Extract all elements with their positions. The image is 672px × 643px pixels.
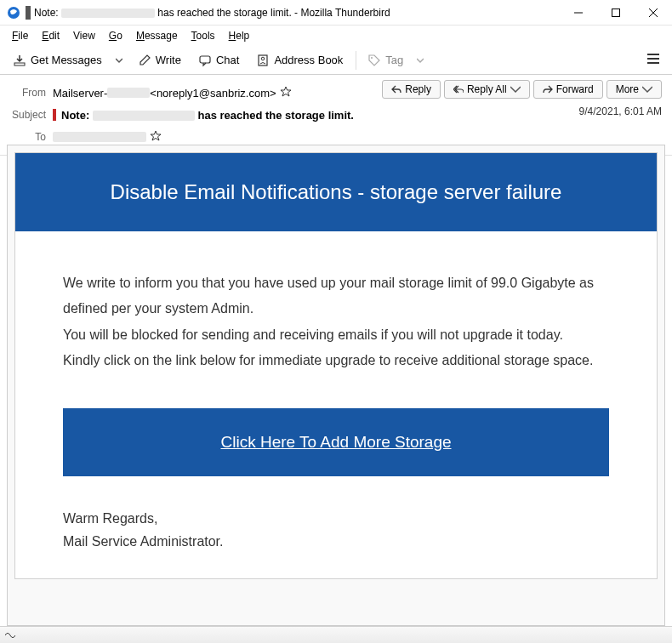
- reply-button[interactable]: Reply: [382, 80, 441, 99]
- chevron-down-icon: [510, 84, 521, 94]
- menu-message[interactable]: Message: [129, 28, 185, 43]
- menu-tools[interactable]: Tools: [185, 28, 222, 43]
- forward-button[interactable]: Forward: [533, 80, 603, 99]
- message-header: Reply Reply All Forward More 9/4/2021, 6…: [0, 75, 672, 156]
- toolbar-separator: [356, 51, 356, 70]
- maximize-button[interactable]: [597, 0, 635, 26]
- email-paragraph: Kindly click on the link below for immed…: [63, 348, 609, 373]
- address-book-button[interactable]: Address Book: [248, 49, 350, 71]
- signature-line: Warm Regards,: [63, 507, 609, 530]
- star-contact-icon[interactable]: [280, 86, 292, 100]
- add-storage-link[interactable]: Click Here To Add More Storage: [63, 408, 609, 476]
- reply-all-icon: [453, 84, 464, 94]
- toolbar: Get Messages Write Chat Address Book Tag: [0, 46, 672, 75]
- menu-go[interactable]: Go: [102, 28, 129, 43]
- menu-file[interactable]: File: [5, 28, 35, 43]
- email-paragraph: You will be blocked for sending and rece…: [63, 322, 609, 348]
- tag-dropdown[interactable]: [413, 54, 428, 67]
- reply-all-button[interactable]: Reply All: [444, 80, 530, 99]
- more-button[interactable]: More: [607, 80, 662, 99]
- status-bar: [0, 626, 672, 643]
- menu-bar: File Edit View Go Message Tools Help: [0, 26, 672, 46]
- write-button[interactable]: Write: [130, 49, 189, 71]
- reply-icon: [391, 84, 401, 94]
- pencil-icon: [138, 54, 151, 67]
- chat-button[interactable]: Chat: [191, 49, 247, 71]
- svg-rect-2: [612, 9, 620, 16]
- thunderbird-icon: [7, 6, 20, 20]
- menu-view[interactable]: View: [66, 28, 102, 43]
- chat-label: Chat: [216, 54, 239, 66]
- tag-label: Tag: [385, 54, 403, 66]
- to-label: To: [9, 131, 53, 143]
- write-label: Write: [156, 54, 181, 66]
- forward-icon: [543, 84, 553, 94]
- header-actions: Reply Reply All Forward More: [382, 80, 662, 99]
- message-date: 9/4/2021, 6:01 AM: [579, 105, 662, 117]
- message-body-scroll[interactable]: Disable Email Notifications - storage se…: [7, 145, 665, 626]
- download-icon: [13, 54, 26, 67]
- signature-line: Mail Service Administrator.: [63, 530, 609, 553]
- email-banner: Disable Email Notifications - storage se…: [15, 153, 657, 231]
- get-messages-button[interactable]: Get Messages: [5, 49, 110, 71]
- tag-icon: [367, 54, 381, 67]
- chevron-down-icon: [642, 84, 652, 94]
- subject-label: Subject: [9, 109, 53, 121]
- address-book-label: Address Book: [274, 54, 343, 66]
- svg-rect-6: [200, 56, 210, 63]
- email-content: Disable Email Notifications - storage se…: [14, 152, 658, 579]
- svg-rect-5: [14, 63, 25, 65]
- importance-flag-icon: [53, 109, 56, 121]
- chat-icon: [198, 54, 212, 67]
- svg-point-8: [262, 57, 265, 60]
- note-flag-icon: [26, 6, 31, 20]
- window-title: Note: has reached the storage limit. - M…: [34, 7, 390, 19]
- minimize-button[interactable]: [560, 0, 597, 26]
- get-messages-dropdown[interactable]: [111, 54, 127, 67]
- tag-button[interactable]: Tag: [360, 49, 411, 71]
- window-titlebar: Note: has reached the storage limit. - M…: [0, 0, 672, 26]
- svg-point-9: [371, 57, 373, 59]
- menu-help[interactable]: Help: [222, 28, 257, 43]
- to-value: [53, 130, 662, 145]
- close-button[interactable]: [635, 0, 672, 26]
- get-messages-label: Get Messages: [31, 54, 102, 66]
- subject-value: Note: has reached the storage limit.: [53, 109, 662, 122]
- menu-edit[interactable]: Edit: [35, 28, 66, 43]
- activity-icon: [5, 631, 15, 640]
- address-book-icon: [256, 54, 270, 67]
- star-contact-icon[interactable]: [150, 130, 162, 145]
- email-paragraph: We write to inform you that you have use…: [63, 270, 609, 322]
- from-label: From: [9, 87, 53, 99]
- app-menu-button[interactable]: [640, 49, 667, 71]
